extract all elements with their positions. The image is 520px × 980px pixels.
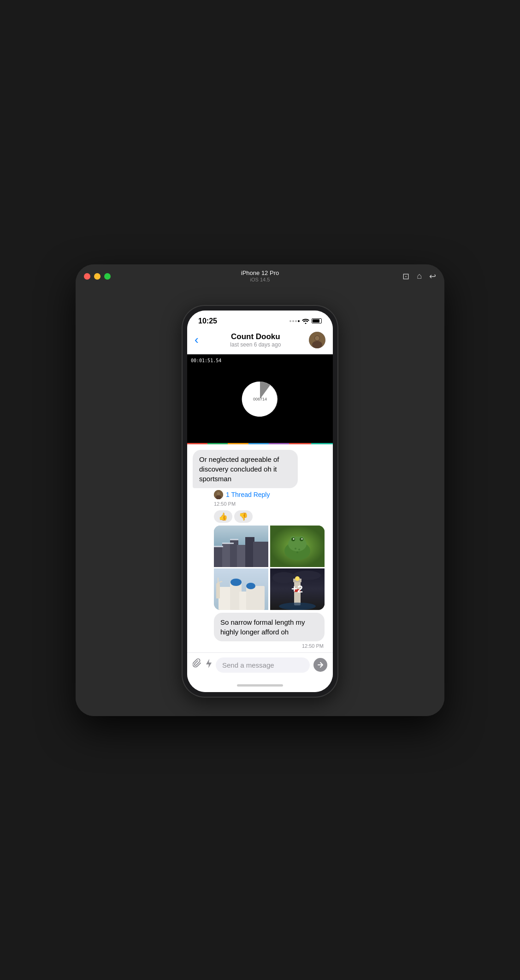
svg-point-36	[230, 579, 242, 586]
thread-avatar	[214, 490, 223, 499]
close-button[interactable]	[84, 273, 90, 280]
message-2-bubble: So narrow formal length my highly longer…	[214, 613, 325, 641]
image-grid[interactable]: +2	[214, 526, 325, 610]
back-button[interactable]: ‹	[195, 332, 202, 348]
screenshot-icon[interactable]: ⊡	[402, 271, 409, 281]
plus-count: +2	[291, 583, 303, 595]
thread-avatar-svg	[214, 490, 223, 499]
reactions-row: 👍 👎	[214, 510, 327, 523]
thumbs-up-icon: 👍	[219, 512, 228, 521]
thumbs-down-reaction[interactable]: 👎	[234, 510, 253, 523]
video-pie-chart: 006714	[242, 381, 278, 418]
dot-1	[290, 320, 291, 322]
battery-icon	[312, 318, 322, 323]
avatar-face-svg	[309, 332, 325, 348]
chat-body: Or neglected agreeable of discovery conc…	[187, 444, 333, 649]
mac-titlebar: iPhone 12 Pro iOS 14.5 ⊡ ⌂ ↩	[76, 264, 444, 288]
image-frog	[270, 526, 325, 567]
thread-reply-row[interactable]: 1 Thread Reply	[214, 490, 327, 499]
thumbs-down-icon: 👎	[239, 512, 248, 521]
rotate-icon[interactable]: ↩	[429, 271, 436, 281]
contact-name: Count Dooku	[202, 332, 309, 341]
frog-svg	[270, 526, 325, 567]
status-time: 10:25	[198, 317, 217, 325]
maximize-button[interactable]	[104, 273, 111, 280]
message-2-text: So narrow formal length my highly longer…	[220, 618, 305, 636]
mac-title: iPhone 12 Pro iOS 14.5	[241, 269, 279, 283]
svg-rect-15	[253, 542, 268, 567]
bubble-1: Or neglected agreeable of discovery conc…	[193, 450, 298, 488]
contact-avatar[interactable]	[309, 332, 325, 348]
message-2-time: 12:50 PM	[193, 643, 324, 649]
dot-2	[292, 320, 294, 322]
mac-window: iPhone 12 Pro iOS 14.5 ⊡ ⌂ ↩ 10:25	[76, 264, 444, 716]
lightning-icon	[206, 658, 212, 669]
santorini-svg	[214, 568, 268, 610]
svg-point-37	[246, 583, 255, 589]
svg-rect-10	[214, 546, 223, 567]
svg-point-7	[217, 492, 220, 495]
svg-point-28	[295, 548, 296, 550]
svg-rect-38	[216, 585, 220, 598]
attach-icon	[193, 658, 202, 669]
home-bar	[237, 684, 283, 687]
svg-rect-18	[230, 539, 238, 540]
message-1: Or neglected agreeable of discovery conc…	[193, 450, 327, 488]
attach-button[interactable]	[193, 658, 202, 671]
input-bar: Send a message	[187, 652, 333, 679]
thumbs-up-reaction[interactable]: 👍	[214, 510, 232, 523]
image-santorini	[214, 568, 268, 610]
mac-toolbar-icons: ⊡ ⌂ ↩	[402, 271, 436, 281]
svg-point-4	[315, 336, 319, 341]
chat-header: ‹ Count Dooku last seen 6 days ago	[187, 327, 333, 354]
wifi-icon	[302, 318, 309, 324]
lightning-button[interactable]	[206, 658, 212, 671]
city-svg	[214, 526, 268, 567]
status-bar: 10:25	[187, 311, 333, 327]
home-indicator	[187, 679, 333, 692]
status-icons	[290, 318, 322, 324]
message-1-time: 12:50 PM	[214, 501, 327, 507]
header-center: Count Dooku last seen 6 days ago	[202, 332, 309, 348]
message-input[interactable]: Send a message	[216, 657, 310, 673]
pie-label: 006714	[253, 397, 267, 401]
thread-reply-text[interactable]: 1 Thread Reply	[226, 491, 270, 498]
dot-3	[295, 320, 297, 322]
svg-rect-16	[214, 546, 223, 547]
input-placeholder: Send a message	[222, 661, 274, 669]
svg-point-0	[305, 323, 307, 324]
dot-4	[298, 320, 300, 322]
mac-controls	[84, 273, 111, 280]
video-progress-bar	[187, 443, 333, 444]
minimize-button[interactable]	[94, 273, 100, 280]
svg-point-26	[293, 538, 294, 539]
video-timestamp: 00:01:51.54	[191, 358, 221, 363]
svg-point-49	[279, 603, 316, 610]
svg-point-39	[216, 583, 220, 586]
last-seen-status: last seen 6 days ago	[202, 341, 309, 348]
svg-point-27	[301, 538, 302, 539]
phone-frame: 10:25	[182, 305, 338, 698]
svg-point-47	[295, 576, 300, 581]
device-name: iPhone 12 Pro	[241, 269, 279, 277]
home-icon[interactable]: ⌂	[417, 271, 422, 281]
video-area[interactable]: 00:01:51.54 006714	[187, 354, 333, 444]
send-button[interactable]	[313, 658, 327, 672]
signal-dots	[290, 320, 300, 322]
svg-point-30	[296, 551, 298, 553]
image-lighthouse: +2	[270, 568, 325, 610]
ios-version: iOS 14.5	[241, 277, 279, 283]
svg-point-29	[298, 549, 300, 550]
svg-point-43	[272, 572, 295, 583]
svg-rect-17	[222, 543, 234, 544]
svg-rect-35	[246, 586, 265, 610]
message-1-text: Or neglected agreeable of discovery conc…	[199, 455, 279, 483]
phone-screen: 10:25	[187, 311, 333, 692]
image-city	[214, 526, 268, 567]
send-icon	[317, 662, 324, 668]
svg-point-3	[312, 341, 322, 348]
